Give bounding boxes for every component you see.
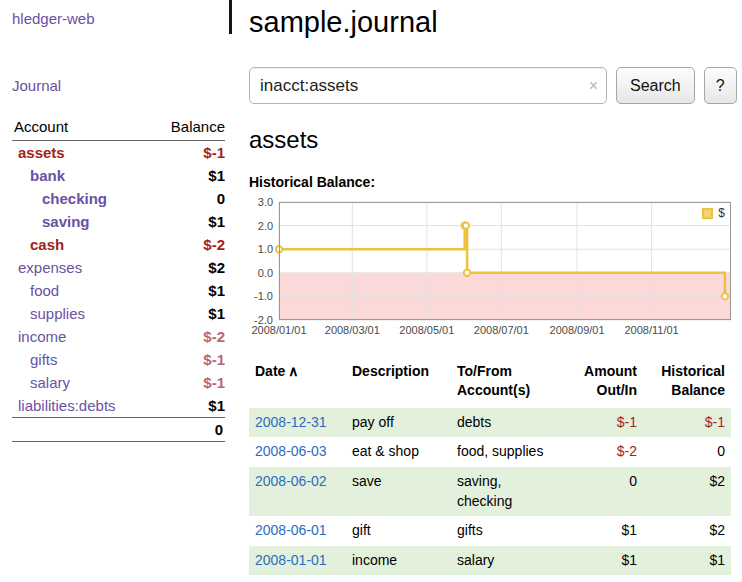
account-row: saving$1 <box>12 210 225 233</box>
legend-label: $ <box>718 206 725 220</box>
transaction-description: gift <box>346 516 451 546</box>
x-axis-tick-label: 2008/11/01 <box>624 324 678 336</box>
account-link[interactable]: salary <box>30 374 70 391</box>
account-link[interactable]: assets <box>18 144 65 161</box>
account-heading: assets <box>249 126 737 154</box>
main-content: sample.journal × Search ? assets Histori… <box>237 0 742 582</box>
register-header-label: Description <box>352 363 429 379</box>
clear-search-icon[interactable]: × <box>589 76 598 94</box>
account-link[interactable]: food <box>30 282 59 299</box>
transaction-row[interactable]: 2008-06-03eat & shopfood, supplies$-20 <box>249 437 731 467</box>
transaction-balance: $-1 <box>643 408 731 438</box>
register-header-label: To/From Account(s) <box>457 363 530 398</box>
historical-balance-chart: 3.02.01.00.0-1.0-2.0 $ 2008/01/012008/03… <box>249 202 737 320</box>
account-link[interactable]: cash <box>30 236 64 253</box>
search-button[interactable]: Search <box>616 67 695 104</box>
account-balance: $-1 <box>150 348 225 371</box>
sort-ascending-icon[interactable]: ∧ <box>288 363 298 379</box>
account-link[interactable]: saving <box>42 213 90 230</box>
account-row: liabilities:debts$1 <box>12 394 225 418</box>
account-row: salary$-1 <box>12 371 225 394</box>
accounts-header-balance: Balance <box>150 116 225 141</box>
journal-link[interactable]: Journal <box>12 77 225 94</box>
chart-canvas <box>279 202 731 320</box>
transaction-balance: $2 <box>643 467 731 516</box>
transaction-date-link[interactable]: 2008-06-03 <box>255 443 327 459</box>
transaction-balance: 0 <box>643 437 731 467</box>
account-link[interactable]: expenses <box>18 259 82 276</box>
transaction-amount: $-1 <box>563 408 643 438</box>
transaction-amount: $1 <box>563 516 643 546</box>
account-balance: $1 <box>150 302 225 325</box>
account-link[interactable]: gifts <box>30 351 58 368</box>
account-row: bank$1 <box>12 164 225 187</box>
transaction-accounts: salary <box>451 546 563 576</box>
register-header-description: Description <box>346 360 451 408</box>
transaction-balance: $1 <box>643 546 731 576</box>
transaction-date-link[interactable]: 2008-06-01 <box>255 522 327 538</box>
transaction-description: save <box>346 467 451 516</box>
sidebar: hledger-web Journal Account Balance asse… <box>0 0 237 582</box>
account-link[interactable]: income <box>18 328 66 345</box>
account-link[interactable]: supplies <box>30 305 85 322</box>
account-link[interactable]: liabilities:debts <box>18 397 116 414</box>
search-form: × Search ? <box>249 67 737 104</box>
accounts-total-value: 0 <box>150 418 225 442</box>
account-link[interactable]: checking <box>42 190 107 207</box>
x-axis-tick-label: 2008/01/01 <box>251 324 306 336</box>
sidebar-divider <box>229 0 232 34</box>
transaction-amount: $-2 <box>563 437 643 467</box>
accounts-total-row: 0 <box>12 418 225 442</box>
x-axis-tick-label: 2008/05/01 <box>399 324 454 336</box>
register-table: Date∧DescriptionTo/From Account(s)Amount… <box>249 360 731 575</box>
transaction-balance: $2 <box>643 516 731 546</box>
chart-plot-area: $ 2008/01/012008/03/012008/05/012008/07/… <box>279 202 731 320</box>
search-box: × <box>249 67 607 104</box>
transaction-accounts: gifts <box>451 516 563 546</box>
transaction-row[interactable]: 2008-12-31pay offdebts$-1$-1 <box>249 408 731 438</box>
account-balance: $-1 <box>150 371 225 394</box>
y-axis-tick-label: -1.0 <box>254 290 273 302</box>
transaction-row[interactable]: 2008-06-02savesaving, checking0$2 <box>249 467 731 516</box>
page-title: sample.journal <box>249 6 737 39</box>
account-row: expenses$2 <box>12 256 225 279</box>
account-balance: $-2 <box>150 233 225 256</box>
transaction-row[interactable]: 2008-01-01incomesalary$1$1 <box>249 546 731 576</box>
account-balance: $-1 <box>150 141 225 165</box>
app-title-link[interactable]: hledger-web <box>12 10 225 27</box>
account-row: food$1 <box>12 279 225 302</box>
account-balance: $2 <box>150 256 225 279</box>
transaction-accounts: food, supplies <box>451 437 563 467</box>
x-axis-tick-label: 2008/09/01 <box>550 324 605 336</box>
account-balance: $1 <box>150 164 225 187</box>
y-axis-tick-label: 2.0 <box>258 220 273 232</box>
transaction-description: income <box>346 546 451 576</box>
register-header-to-from-account-s: To/From Account(s) <box>451 360 563 408</box>
transaction-date-link[interactable]: 2008-01-01 <box>255 552 327 568</box>
account-link[interactable]: bank <box>30 167 65 184</box>
register-header-row: Date∧DescriptionTo/From Account(s)Amount… <box>249 360 731 408</box>
account-balance: $-2 <box>150 325 225 348</box>
x-axis-tick-label: 2008/07/01 <box>474 324 529 336</box>
account-balance: 0 <box>150 187 225 210</box>
account-row: income$-2 <box>12 325 225 348</box>
register-header-amount-out-in: Amount Out/In <box>563 360 643 408</box>
accounts-table: Account Balance assets$-1bank$1checking0… <box>12 116 225 442</box>
transaction-description: pay off <box>346 408 451 438</box>
transaction-accounts: saving, checking <box>451 467 563 516</box>
register-header-date[interactable]: Date∧ <box>249 360 346 408</box>
search-input[interactable] <box>249 67 607 104</box>
chart-title: Historical Balance: <box>249 174 737 190</box>
accounts-header-row: Account Balance <box>12 116 225 141</box>
accounts-header-account: Account <box>12 116 150 141</box>
account-row: assets$-1 <box>12 141 225 165</box>
transaction-date-link[interactable]: 2008-06-02 <box>255 473 327 489</box>
y-axis-tick-label: 1.0 <box>258 243 273 255</box>
transaction-date-link[interactable]: 2008-12-31 <box>255 414 327 430</box>
chart-y-axis: 3.02.01.00.0-1.0-2.0 <box>249 202 279 320</box>
legend-swatch-icon <box>702 208 713 219</box>
account-row: checking0 <box>12 187 225 210</box>
help-button[interactable]: ? <box>704 67 737 104</box>
chart-legend: $ <box>700 205 727 221</box>
transaction-row[interactable]: 2008-06-01giftgifts$1$2 <box>249 516 731 546</box>
